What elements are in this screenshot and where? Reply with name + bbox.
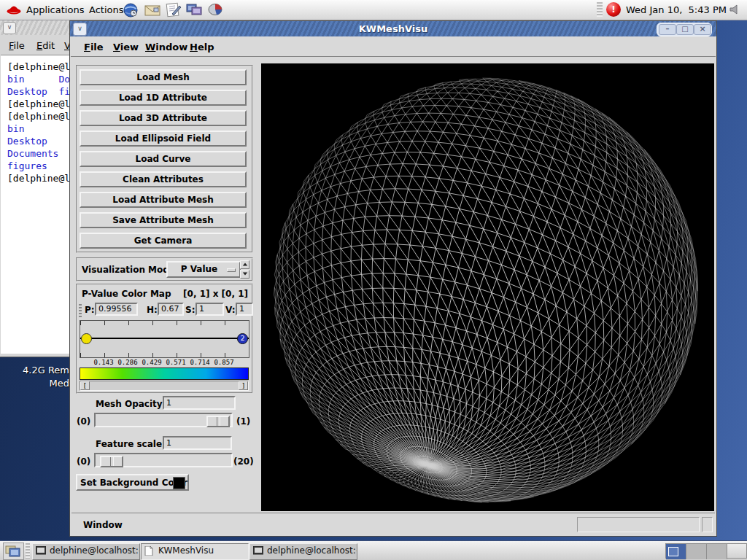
actions-menu[interactable]: Actions	[89, 4, 124, 15]
load-mesh-button[interactable]: Load Mesh	[80, 69, 247, 85]
task-kwmeshvisu[interactable]: KWMeshVisu	[141, 543, 249, 560]
visualization-mode-label: Visualization Mode:	[82, 265, 179, 275]
terminal-line: Documents	[7, 148, 70, 160]
kw-menubar: File View Window Help	[71, 36, 716, 58]
colormap-grip[interactable]	[79, 304, 82, 317]
s-field-input[interactable]: 1	[196, 303, 224, 316]
mesh-opacity-slider[interactable]	[94, 413, 233, 427]
update-alert-icon[interactable]: !	[606, 2, 621, 17]
action-buttons-frame: Load Mesh Load 1D Attribute Load 3D Attr…	[76, 65, 253, 253]
terminal-line: figures	[7, 160, 70, 173]
range-left-handle[interactable]: [	[80, 381, 90, 390]
colormap-node-slider[interactable]: 2	[80, 320, 249, 358]
minimize-button[interactable]: –	[659, 24, 676, 35]
kw-titlebar[interactable]: ∨ KWMeshVisu – □ ×	[70, 21, 716, 36]
v-field-input[interactable]: 1	[236, 303, 253, 316]
dual-screens-icon[interactable]	[185, 2, 203, 20]
task-terminal-1[interactable]: delphine@localhost:~	[32, 543, 140, 560]
colormap-range-scrollbar[interactable]: [ ]	[80, 381, 249, 391]
terminal-line: Desktop fi	[7, 86, 70, 98]
desktop-media-icon-label[interactable]: 4.2G Rem Med	[0, 364, 69, 390]
feature-scale-input[interactable]: 1	[163, 436, 232, 450]
get-camera-button[interactable]: Get Camera	[80, 233, 247, 249]
terminal-window: ∨ File Edit V [delphine@l bin Do Desktop…	[0, 20, 71, 357]
mesh-opacity-min-label: (0)	[77, 416, 90, 427]
colormap-tick-labels: 0.143 0.286 0.429 0.571 0.714 0.857	[80, 359, 248, 367]
mesh-sphere-render	[261, 63, 714, 511]
redhat-menu-icon[interactable]	[6, 3, 22, 19]
clean-attributes-button[interactable]: Clean Attributes	[80, 171, 247, 187]
s-field-label: S:	[185, 305, 195, 315]
show-desktop-icon[interactable]	[3, 542, 24, 560]
workspace-window-outline	[668, 547, 678, 556]
close-button[interactable]: ×	[694, 24, 711, 35]
task-terminal-2[interactable]: delphine@localhost:~	[249, 543, 357, 560]
pvalue-colormap-frame: P-Value Color Map [0, 1] x [0, 1] P: 0.9…	[76, 284, 253, 394]
save-attribute-mesh-button[interactable]: Save Attribute Mesh	[80, 212, 247, 228]
terminal-menu-file[interactable]: File	[9, 40, 25, 51]
load-attribute-mesh-button[interactable]: Load Attribute Mesh	[80, 192, 247, 208]
terminal-line: [delphine@l	[7, 111, 70, 123]
h-field-input[interactable]: 0.67	[158, 303, 184, 316]
load-1d-attribute-button[interactable]: Load 1D Attribute	[80, 90, 247, 106]
menubutton-indicator	[227, 268, 236, 272]
panel-drag-handle[interactable]	[597, 2, 603, 17]
email-icon[interactable]	[144, 3, 161, 20]
status-text: Window	[83, 520, 123, 530]
mesh-opacity-input[interactable]: 1	[163, 396, 236, 410]
spinner-up-button[interactable]	[240, 260, 249, 269]
menu-view[interactable]: View	[113, 42, 139, 52]
left-color-node[interactable]	[81, 333, 92, 344]
terminal-icon	[36, 546, 46, 555]
mesh-opacity-slider-handle[interactable]	[206, 416, 230, 427]
p-field-input[interactable]: 0.99556	[95, 303, 138, 316]
mesh-opacity-max-label: (1)	[236, 416, 250, 427]
spinner-down-button[interactable]	[240, 270, 249, 279]
text-editor-icon[interactable]	[165, 2, 182, 20]
terminal-line: bin	[7, 123, 70, 136]
menu-window[interactable]: Window	[145, 42, 187, 52]
slider-axis-line	[80, 338, 249, 339]
p-field-label: P:	[85, 305, 95, 315]
load-3d-attribute-button[interactable]: Load 3D Attribute	[80, 110, 247, 126]
right-color-node[interactable]: 2	[237, 333, 248, 344]
workspace-1-active[interactable]	[666, 544, 686, 559]
volume-icon[interactable]	[728, 3, 741, 19]
maximize-button[interactable]: □	[676, 24, 694, 35]
load-curve-button[interactable]: Load Curve	[80, 151, 247, 167]
v-field-label: V:	[225, 305, 236, 315]
range-right-handle[interactable]: ]	[239, 381, 248, 390]
mesh-viewport[interactable]	[261, 63, 714, 511]
kw-statusbar: Window	[71, 513, 715, 536]
menu-help[interactable]: Help	[190, 42, 214, 52]
status-progress-bar	[577, 517, 700, 532]
workspace-3[interactable]	[707, 544, 727, 559]
set-background-color-button[interactable]: Set Background Color	[76, 474, 189, 491]
workspace-2[interactable]	[686, 544, 707, 559]
taskbar: delphine@localhost:~ KWMeshVisu delphine…	[0, 540, 747, 560]
feature-scale-label: Feature scale:	[96, 439, 166, 449]
colormap-range-label: [0, 1] x [0, 1]	[183, 289, 248, 299]
terminal-output[interactable]: [delphine@l bin Do Desktop fi [delphine@…	[1, 55, 70, 354]
web-browser-icon[interactable]	[123, 2, 139, 21]
status-resize-grip[interactable]	[702, 517, 713, 532]
terminal-line: bin Do	[7, 74, 70, 86]
window-controls: – □ ×	[657, 23, 712, 36]
window-menu-icon[interactable]: ∨	[3, 22, 16, 34]
feature-scale-slider[interactable]	[94, 453, 233, 467]
feature-scale-min-label: (0)	[77, 456, 90, 467]
top-panel: Applications Actions	[0, 0, 747, 20]
feature-scale-slider-handle[interactable]	[100, 456, 123, 467]
terminal-menu-edit[interactable]: Edit	[36, 40, 55, 51]
menu-file[interactable]: File	[84, 42, 104, 52]
taskbar-drag-handle[interactable]	[26, 543, 30, 559]
system-monitor-icon[interactable]	[206, 2, 224, 20]
visualization-mode-dropdown[interactable]: P Value	[166, 261, 241, 278]
load-ellipsoid-field-button[interactable]: Load Ellipsoid Field	[80, 131, 247, 147]
colormap-gradient	[80, 368, 249, 380]
terminal-titlebar[interactable]: ∨	[0, 20, 71, 36]
applications-menu[interactable]: Applications	[26, 4, 84, 15]
terminal-icon	[253, 546, 263, 555]
slider-top-ticks	[80, 321, 249, 325]
clock[interactable]: Wed Jan 10, 5:43 PM	[626, 4, 727, 15]
